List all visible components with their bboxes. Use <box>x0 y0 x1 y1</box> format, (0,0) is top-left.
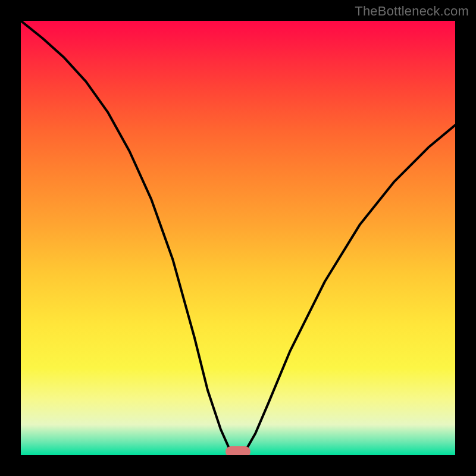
chart-frame: TheBottleneck.com <box>0 0 476 476</box>
plot-area <box>21 21 455 455</box>
curve-svg <box>21 21 455 455</box>
bottleneck-curve <box>21 21 455 453</box>
watermark-text: TheBottleneck.com <box>355 4 469 19</box>
optimum-marker <box>226 446 250 455</box>
